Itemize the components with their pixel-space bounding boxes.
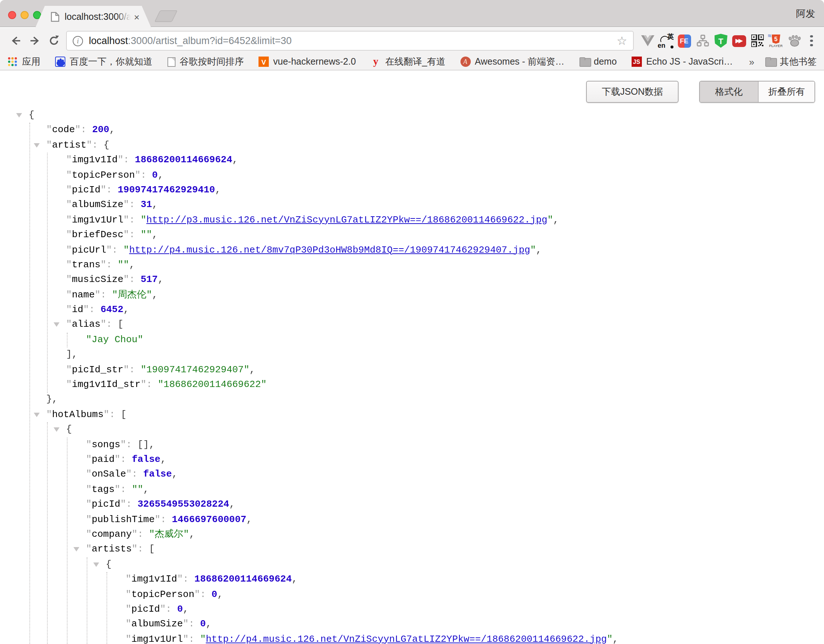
player-glyph: ≋ 5 PLAYER <box>769 34 782 48</box>
collapse-arrow-icon[interactable] <box>54 323 60 327</box>
new-tab-button[interactable] <box>154 10 178 22</box>
html5-player-extension-icon[interactable]: ≋ 5 PLAYER <box>767 31 785 51</box>
minimize-window-button[interactable] <box>21 11 29 19</box>
json-punctuation: , <box>189 529 195 540</box>
json-quote: ": <box>183 633 200 644</box>
collapse-all-button[interactable]: 折叠所有 <box>758 81 815 102</box>
json-key: company <box>92 529 132 540</box>
json-punctuation: , <box>232 154 238 165</box>
json-url-link[interactable]: http://p4.music.126.net/8mv7qP30Pd3oHW8b… <box>129 244 530 255</box>
json-line: ], <box>0 348 824 363</box>
collapse-arrow-icon[interactable] <box>54 427 60 432</box>
other-bookmarks-folder[interactable]: 其他书签 <box>765 55 817 68</box>
json-line: "code": 200, <box>0 123 824 138</box>
bookmark-item[interactable]: JSEcho JS - JavaScri… <box>632 57 733 67</box>
json-key: publishTime <box>92 514 155 525</box>
bookmark-item[interactable]: AAwesomes - 前端资… <box>460 55 564 68</box>
download-json-button[interactable]: 下载JSON数据 <box>586 81 679 103</box>
json-line: "img1v1Url": "http://p3.music.126.net/Vn… <box>0 212 824 227</box>
browser-menu-icon[interactable] <box>805 31 818 50</box>
paw-extension-icon[interactable] <box>785 31 803 51</box>
json-key: id <box>72 304 83 315</box>
json-quote: " <box>126 604 131 615</box>
json-quote: ": <box>123 214 141 225</box>
json-url-link[interactable]: http://p4.music.126.net/VnZiScyynLG7atLI… <box>206 633 607 644</box>
format-button[interactable]: 格式化 <box>700 81 758 102</box>
forward-button[interactable] <box>25 31 44 50</box>
collapse-arrow-icon[interactable] <box>74 547 79 552</box>
profile-name[interactable]: 阿发 <box>796 7 815 20</box>
url-path: :3000/artist_album?id=6452&limit=30 <box>128 35 292 46</box>
json-quote: ": <box>86 140 103 151</box>
fast-forward-extension-icon[interactable]: ▶▶ <box>730 31 749 51</box>
json-quote: ": <box>135 169 152 180</box>
json-url-link[interactable]: http://p3.music.126.net/VnZiScyynLG7atLI… <box>146 214 547 225</box>
json-line: "img1v1Url": "http://p4.music.126.net/Vn… <box>0 632 824 644</box>
json-punctuation: , <box>206 619 212 630</box>
json-punctuation: , <box>152 199 158 211</box>
back-button[interactable] <box>6 31 25 50</box>
json-string: "Jay Chou" <box>86 334 143 345</box>
json-quote: " <box>86 514 92 525</box>
tab-title: localhost:3000/artist_album?id <box>65 12 131 22</box>
forward-arrow-icon <box>28 34 41 47</box>
browser-tab[interactable]: localhost:3000/artist_album?id × <box>35 6 151 28</box>
collapse-arrow-icon[interactable] <box>34 143 40 148</box>
json-key: name <box>72 289 95 300</box>
json-line: "company": "杰威尔", <box>0 527 824 542</box>
json-number: 200 <box>92 124 109 135</box>
qr-code-extension-icon[interactable] <box>749 31 767 51</box>
bookmark-item[interactable]: 百度一下，你就知道 <box>55 55 152 68</box>
json-quote: " <box>66 364 72 375</box>
json-punctuation: , <box>217 589 223 599</box>
sitemap-extension-icon[interactable] <box>693 31 712 51</box>
json-quote: " <box>86 439 92 450</box>
json-punctuation: , <box>158 274 164 285</box>
json-quote: " <box>126 633 131 644</box>
json-punctuation: [ <box>121 409 127 420</box>
bookmarks-overflow-chevron[interactable]: » <box>749 56 754 67</box>
json-quote: " <box>66 274 72 285</box>
bookmark-star-icon[interactable]: ☆ <box>616 35 627 47</box>
json-number: 3265549553028224 <box>137 499 229 510</box>
json-quote: " <box>86 499 92 510</box>
json-key: trans <box>72 259 101 270</box>
json-quote: ": <box>141 379 158 390</box>
collapse-arrow-icon[interactable] <box>93 562 99 567</box>
site-info-icon[interactable]: i <box>73 35 83 46</box>
json-key: tags <box>92 484 115 495</box>
json-number: 0 <box>200 619 206 630</box>
json-quote: " <box>46 140 52 151</box>
json-key: albumSize <box>131 619 183 630</box>
translate-extension-icon[interactable]: 英 en <box>656 31 675 51</box>
collapse-arrow-icon[interactable] <box>16 113 22 117</box>
json-key: musicSize <box>72 274 123 285</box>
bookmark-item[interactable]: 谷歌按时间排序 <box>167 55 244 68</box>
json-string: "" <box>132 484 143 495</box>
json-quote: " <box>126 573 131 584</box>
bookmark-item[interactable]: 应用 <box>7 55 40 68</box>
json-string: "" <box>117 259 129 270</box>
json-quote: ": <box>95 289 112 300</box>
json-line: "img1v1Id_str": "18686200114669622" <box>0 377 824 392</box>
bookmark-item[interactable]: demo <box>579 57 617 67</box>
vue-devtools-icon[interactable] <box>638 31 656 51</box>
json-quote: " <box>66 169 72 180</box>
fe-extension-icon[interactable]: FE <box>675 31 693 51</box>
json-quote: " <box>66 199 72 211</box>
bookmark-item[interactable]: y在线翻译_有道 <box>370 55 446 68</box>
json-punctuation: , <box>229 499 235 510</box>
bookmark-item[interactable]: Vvue-hackernews-2.0 <box>258 57 356 67</box>
toolbar: i localhost:3000/artist_album?id=6452&li… <box>0 28 824 54</box>
collapse-arrow-icon[interactable] <box>34 413 40 417</box>
close-window-button[interactable] <box>8 11 16 19</box>
reload-button[interactable] <box>44 31 63 50</box>
json-quote: ": <box>126 469 143 480</box>
address-bar[interactable]: i localhost:3000/artist_album?id=6452&li… <box>66 31 634 51</box>
tab-close-icon[interactable]: × <box>134 12 140 22</box>
json-line: "picUrl": "http://p4.music.126.net/8mv7q… <box>0 243 824 258</box>
json-line: "albumSize": 31, <box>0 198 824 213</box>
awesomes-favicon: A <box>460 57 470 67</box>
shield-extension-icon[interactable]: T <box>712 31 730 51</box>
json-punctuation: , <box>183 604 189 615</box>
